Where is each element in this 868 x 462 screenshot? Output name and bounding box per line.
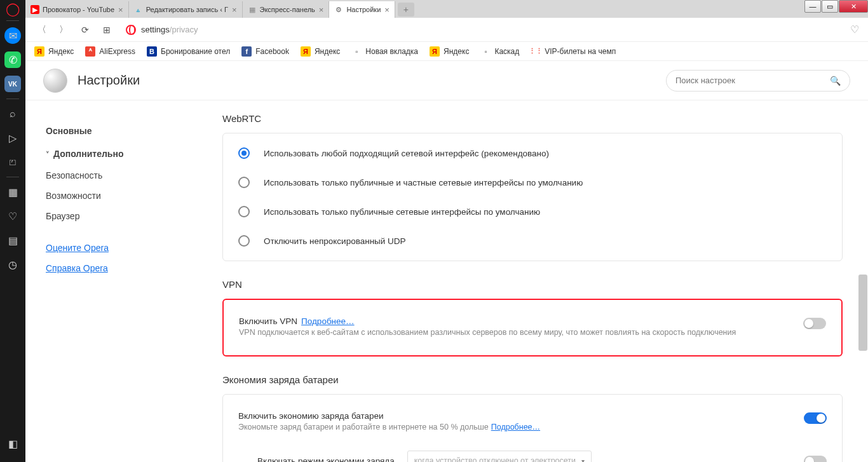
bookmark-item[interactable]: ЯЯндекс [430, 46, 469, 57]
back-button[interactable]: 〈 [34, 22, 50, 37]
opera-settings-logo [43, 69, 67, 93]
chevron-down-icon: ▾ [581, 458, 585, 463]
tab-youtube[interactable]: ▶ Провокатор - YouTube × [25, 1, 129, 18]
tab-close-icon[interactable]: × [118, 5, 123, 15]
bookmark-heart-icon[interactable]: ♡ [850, 24, 859, 36]
rail-separator [6, 177, 19, 177]
radio-icon [238, 206, 250, 217]
battery-toggle[interactable] [804, 412, 827, 424]
sidebar-toggle-icon[interactable]: ◧ [0, 431, 25, 456]
tab-close-icon[interactable]: × [384, 5, 390, 15]
vpn-toggle[interactable] [803, 318, 826, 329]
bookmark-item[interactable]: ЯЯндекс [301, 46, 340, 57]
section-title-battery: Экономия заряда батареи [222, 374, 843, 385]
nav-basic[interactable]: Основные [38, 119, 203, 142]
nav-advanced[interactable]: Дополнительно [38, 142, 203, 165]
tab-settings[interactable]: ⚙ Настройки × [329, 1, 395, 18]
battery-mode-label: Включать режим экономии заряда [257, 456, 395, 463]
section-title-webrtc: WebRTC [222, 113, 843, 124]
battery-enable-label: Включить экономию заряда батареи [238, 411, 791, 421]
bookmark-item[interactable]: fFacebook [241, 46, 289, 57]
reload-button[interactable]: ⟳ [78, 22, 93, 37]
vk-icon[interactable]: VK [0, 72, 25, 96]
tab-label: Провокатор - YouTube [43, 6, 114, 13]
nav-security[interactable]: Безопасность [38, 165, 203, 186]
address-text: settings/privacy [141, 25, 198, 34]
tab-speed-dial[interactable]: ▦ Экспресс-панель × [243, 1, 330, 18]
battery-mode-select[interactable]: когда устройство отключено от электросет… [407, 451, 592, 462]
tab-strip: ▶ Провокатор - YouTube × ⟁ Редактировать… [25, 0, 868, 18]
tab-close-icon[interactable]: × [319, 5, 324, 15]
content-area: Основные Дополнительно Безопасность Возм… [25, 100, 868, 462]
toolbar: 〈 〉 ⟳ ⊞ settings/privacy ♡ [25, 18, 868, 42]
gear-icon: ⚙ [334, 5, 343, 14]
forward-button[interactable]: 〉 [56, 22, 71, 37]
battery-mode-toggle[interactable] [804, 456, 827, 462]
nav-browser[interactable]: Браузер [38, 206, 203, 226]
play-icon[interactable]: ▷ [0, 126, 25, 150]
battery-more-link[interactable]: Подробнее… [491, 423, 540, 431]
page-title: Настройки [78, 73, 140, 88]
search-icon: 🔍 [830, 76, 841, 86]
bookmark-item[interactable]: ᴬAliExpress [85, 46, 135, 57]
maximize-button[interactable]: ▭ [822, 0, 838, 13]
opera-icon [126, 25, 136, 35]
battery-mode-row: Включать режим экономии заряда когда уст… [223, 444, 842, 462]
tab-edit-post[interactable]: ⟁ Редактировать запись ‹ Г × [129, 1, 243, 18]
battery-description: Экономьте заряд батареи и работайте в ин… [238, 422, 791, 433]
tab-close-icon[interactable]: × [232, 5, 237, 15]
grid-icon: ▦ [248, 5, 257, 14]
youtube-icon: ▶ [31, 5, 39, 14]
speed-dial-icon[interactable]: ▦ [0, 180, 25, 204]
settings-main: WebRTC Использовать любой подходящий сет… [216, 100, 868, 462]
bookmark-item[interactable]: ⋮⋮VIP-билеты на чемп [531, 46, 616, 57]
search-input[interactable] [675, 76, 830, 85]
close-button[interactable]: ✕ [839, 0, 868, 13]
whatsapp-icon[interactable]: ✆ [0, 48, 25, 72]
vpn-card: Включить VPNПодробнее… VPN подключается … [222, 299, 843, 357]
messenger-icon[interactable]: ✉ [0, 24, 25, 48]
bookmark-item[interactable]: BБронирование отел [147, 46, 230, 57]
tab-label: Настройки [346, 6, 381, 13]
vpn-enable-row: Включить VPNПодробнее… VPN подключается … [224, 305, 841, 350]
vpn-enable-label: Включить VPNПодробнее… [239, 316, 790, 326]
webrtc-option-4[interactable]: Отключить непроксированный UDP [223, 226, 842, 255]
news-icon[interactable]: ▤ [0, 228, 25, 252]
nav-rate-opera[interactable]: Оцените Opera [38, 238, 203, 258]
search-icon[interactable]: ⌕ [0, 102, 25, 126]
settings-header: Настройки 🔍 [25, 61, 868, 100]
radio-icon [238, 177, 250, 188]
opera-logo-icon[interactable]: ◯ [0, 0, 25, 18]
vpn-more-link[interactable]: Подробнее… [301, 316, 355, 326]
minimize-button[interactable]: — [804, 0, 821, 13]
nav-features[interactable]: Возможности [38, 186, 203, 206]
history-icon[interactable]: ◷ [0, 252, 25, 276]
scrollbar-thumb[interactable] [858, 275, 867, 351]
easy-setup-icon[interactable]: ⊞ [99, 22, 114, 37]
rail-separator [6, 20, 19, 21]
radio-icon [238, 147, 250, 159]
nav-help-opera[interactable]: Справка Opera [38, 258, 203, 278]
bookmarks-bar: ЯЯндекс ᴬAliExpress BБронирование отел f… [25, 42, 868, 61]
tab-label: Экспресс-панель [260, 6, 315, 13]
battery-enable-row: Включить экономию заряда батареи Экономь… [223, 400, 842, 445]
bookmark-item[interactable]: ▫Каскад [480, 46, 519, 57]
webrtc-option-3[interactable]: Использовать только публичные сетевые ин… [223, 197, 842, 226]
section-title-vpn: VPN [222, 279, 843, 290]
tab-label: Редактировать запись ‹ Г [146, 6, 228, 13]
window-controls: — ▭ ✕ [804, 0, 868, 14]
camera-icon[interactable]: ⏍ [0, 150, 25, 174]
rail-separator [6, 99, 19, 99]
battery-card: Включить экономию заряда батареи Экономь… [222, 394, 843, 463]
radio-icon [238, 235, 250, 247]
new-tab-button[interactable]: + [398, 3, 414, 17]
address-bar[interactable]: settings/privacy [121, 22, 844, 38]
webrtc-card: Использовать любой подходящий сетевой ин… [222, 133, 843, 261]
bookmark-item[interactable]: ЯЯндекс [34, 46, 74, 57]
heart-icon[interactable]: ♡ [0, 204, 25, 228]
bookmark-item[interactable]: ▫Новая вкладка [351, 46, 418, 57]
webrtc-option-1[interactable]: Использовать любой подходящий сетевой ин… [223, 139, 842, 168]
webrtc-option-2[interactable]: Использовать только публичные и частные … [223, 168, 842, 197]
sidebar-rail: ◯ ✉ ✆ VK ⌕ ▷ ⏍ ▦ ♡ ▤ ◷ ◧ [0, 0, 25, 462]
settings-search[interactable]: 🔍 [666, 70, 850, 92]
